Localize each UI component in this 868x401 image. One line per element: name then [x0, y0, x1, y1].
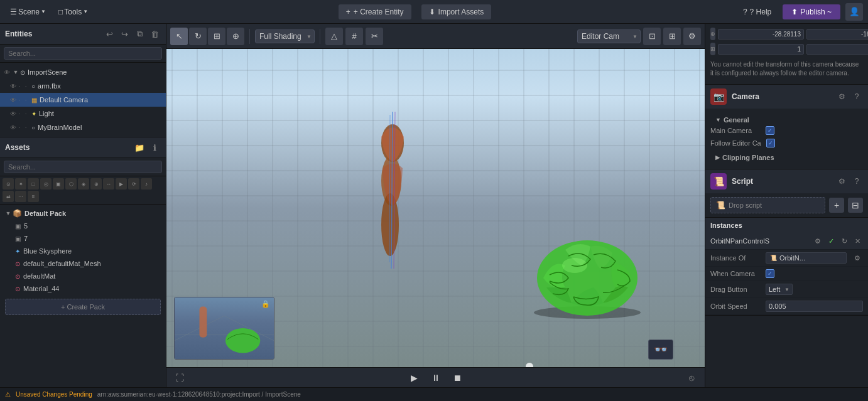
account-button[interactable]: 👤 — [845, 3, 863, 21]
entities-copy-button[interactable]: ⧉ — [133, 28, 146, 40]
camera-component-header[interactable]: 📷 Camera ⚙ ? — [705, 85, 868, 109]
pos-x-input[interactable] — [718, 29, 804, 40]
follow-editor-checkbox[interactable]: ✓ — [766, 139, 775, 147]
instance-refresh-btn[interactable]: ↻ — [838, 235, 850, 247]
instance-settings-btn[interactable]: ⚙ — [812, 235, 823, 247]
create-pack-button[interactable]: + Create Pack — [5, 299, 161, 315]
assets-info-button[interactable]: ℹ — [148, 141, 161, 154]
shading-select-wrapper: Full Shading Wireframe Lit — [255, 29, 315, 43]
drop-script-area[interactable]: 📜 Drop script — [710, 197, 825, 213]
script-info-button[interactable]: ? — [850, 175, 863, 188]
tree-item-light[interactable]: 👁 · · ✦ Light — [0, 107, 166, 120]
asset-tool-11[interactable]: ⟳ — [128, 178, 139, 190]
help-button[interactable]: ? ? Help — [737, 4, 778, 19]
asset-tool-15[interactable]: ≡ — [28, 191, 39, 202]
assets-search-input[interactable] — [4, 161, 162, 173]
tree-item-default-camera[interactable]: 👁 · · ▦ Default Camera — [0, 93, 166, 107]
tools-menu[interactable]: □ Tools ▼ — [53, 5, 93, 19]
camera-settings-button[interactable]: ⚙ — [835, 90, 848, 103]
default-pack-header[interactable]: ▼ 📦 Default Pack — [0, 207, 166, 220]
asset-item-material-44[interactable]: ⊙ Material_44 — [0, 282, 166, 295]
scene-label: Scene — [18, 8, 40, 16]
instance-of-value[interactable]: 📜 OrbitN... — [766, 252, 847, 264]
assets-folder-button[interactable]: 📁 — [133, 141, 146, 154]
orbit-speed-row: Orbit Speed — [705, 298, 868, 315]
asset-item-default-mat-mesh[interactable]: ⊙ default_defaultMat_Mesh — [0, 257, 166, 270]
general-expand-icon: ▼ — [715, 117, 721, 123]
scale-y-input[interactable] — [806, 44, 868, 55]
scale-tool-button[interactable]: ⊞ — [208, 28, 225, 45]
import-assets-button[interactable]: ⬇ Import Assets — [421, 4, 492, 19]
create-entity-button[interactable]: + + Create Entity — [339, 4, 411, 19]
settings-viewport-button[interactable]: ⚙ — [683, 28, 701, 45]
asset-item-7[interactable]: ▣ 7 — [0, 232, 166, 245]
redo-button[interactable]: ↪ — [118, 28, 131, 40]
asset-tool-7[interactable]: ◈ — [78, 178, 89, 190]
asset-tool-12[interactable]: ♪ — [141, 178, 152, 190]
asset-tool-14[interactable]: ⋯ — [15, 191, 26, 202]
snap-button[interactable]: ✂ — [366, 28, 383, 45]
camera-component-title: Camera — [732, 92, 835, 101]
script-settings-button[interactable]: ⚙ — [835, 175, 848, 188]
stop-button[interactable]: ⏹ — [449, 370, 465, 386]
align-button[interactable]: # — [345, 28, 363, 45]
instance-close-btn[interactable]: ✕ — [852, 235, 863, 247]
move-tool-button[interactable]: ↖ — [170, 28, 188, 45]
drag-button-select[interactable]: Left Right Middle — [766, 284, 793, 295]
asset-item-5[interactable]: ▣ 5 — [0, 220, 166, 232]
viewport-bottom-right: ⎋ — [683, 370, 700, 386]
expand-button[interactable]: ⊞ — [663, 28, 681, 45]
entities-delete-button[interactable]: 🗑 — [148, 28, 161, 40]
asset-tool-2[interactable]: ✦ — [15, 178, 26, 190]
asset-item-icon: ▣ — [15, 223, 21, 230]
camera-info-button[interactable]: ? — [850, 90, 863, 103]
viewport-canvas[interactable]: 🔒 � — [166, 49, 705, 367]
scene-menu[interactable]: ☰ Scene ▼ — [5, 5, 51, 19]
tree-item-arm-fbx[interactable]: 👁 · · ○ arm.fbx — [0, 79, 166, 93]
global-tool-button[interactable]: ⊕ — [227, 28, 244, 45]
asset-tool-1[interactable]: ⊙ — [3, 178, 14, 190]
camera-mode-select[interactable]: Editor Cam Main Camera — [577, 29, 641, 43]
publish-button[interactable]: ⬆ Publish ~ — [783, 4, 840, 19]
rotate-tool-button[interactable]: ↻ — [189, 28, 207, 45]
asset-item-default-mat[interactable]: ⊙ defaultMat — [0, 270, 166, 282]
scene-tree-button[interactable]: ⛶ — [171, 370, 188, 386]
tree-item-brain-model[interactable]: 👁 · · ○ MyBrainModel — [0, 120, 166, 134]
asset-tool-13[interactable]: ⇄ — [3, 191, 14, 202]
pos-y-input[interactable] — [806, 29, 868, 40]
main-layout: Entities ↩ ↪ ⧉ 🗑 👁 ▼ ⊙ ImportScene — [0, 24, 868, 387]
exit-button[interactable]: ⎋ — [683, 370, 700, 386]
asset-item-blue-skysphere[interactable]: ✦ Blue Skysphere — [0, 245, 166, 257]
pause-button[interactable]: ⏸ — [428, 370, 444, 386]
instance-check-btn[interactable]: ✓ — [825, 235, 837, 247]
asset-tool-10[interactable]: ▶ — [116, 178, 127, 190]
shading-mode-select[interactable]: Full Shading Wireframe Lit — [255, 29, 315, 43]
scale-x-input[interactable] — [718, 44, 804, 55]
visibility-icon: 👁 — [9, 83, 18, 90]
assets-content: ▼ 📦 Default Pack ▣ 5 ▣ 7 ✦ Blue Skyspher… — [0, 205, 166, 387]
move-entity-button[interactable]: △ — [325, 28, 343, 45]
asset-tool-8[interactable]: ⊕ — [90, 178, 102, 190]
vr-mode-button[interactable]: 👓 — [648, 340, 673, 360]
add-script-button[interactable]: + — [829, 198, 844, 213]
main-camera-checkbox[interactable]: ✓ — [766, 126, 774, 135]
instance-of-settings-btn[interactable]: ⚙ — [852, 252, 863, 264]
when-camera-checkbox[interactable]: ✓ — [766, 269, 774, 278]
general-section-header[interactable]: ▼ General — [710, 114, 863, 126]
main-camera-row: Main Camera ✓ — [710, 126, 863, 135]
orbit-speed-input[interactable] — [766, 301, 863, 312]
tree-item-import-scene[interactable]: 👁 ▼ ⊙ ImportScene — [0, 65, 166, 79]
script-list-button[interactable]: ⊟ — [848, 198, 863, 213]
asset-tool-9[interactable]: ↔ — [103, 178, 114, 190]
asset-tool-4[interactable]: ◎ — [40, 178, 52, 190]
asset-tool-5[interactable]: ▣ — [53, 178, 64, 190]
fullscreen-button[interactable]: ⊡ — [643, 28, 661, 45]
asset-tool-3[interactable]: □ — [28, 178, 39, 190]
script-component-header[interactable]: 📜 Script ⚙ ? — [705, 169, 868, 193]
undo-button[interactable]: ↩ — [103, 28, 116, 40]
entities-search-input[interactable] — [4, 47, 162, 60]
play-button[interactable]: ▶ — [406, 370, 423, 386]
create-pack-label: + Create Pack — [61, 303, 105, 311]
asset-tool-6[interactable]: ⬡ — [65, 178, 77, 190]
clipping-planes-header[interactable]: ▶ Clipping Planes — [710, 151, 863, 164]
